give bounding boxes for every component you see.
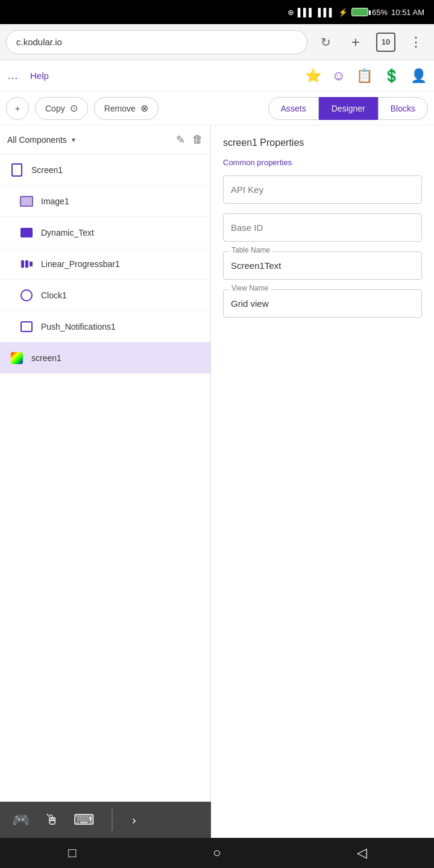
component-label: Clock1 — [41, 291, 67, 300]
main-content: All Components ▾ ✎ 🗑 Screen1 Image1 Dy — [0, 125, 434, 802]
screen-icon — [10, 163, 24, 177]
assets-label: Assets — [281, 104, 306, 113]
copy-icon: ⊙ — [70, 102, 78, 114]
recent-apps-button[interactable]: □ — [54, 841, 90, 865]
remove-button[interactable]: Remove ⊗ — [94, 97, 159, 120]
url-bar[interactable]: c.kodular.io — [6, 30, 307, 54]
reload-button[interactable]: ↻ — [313, 30, 338, 54]
table-name-field[interactable] — [223, 251, 422, 280]
back-button[interactable]: ◁ — [344, 841, 380, 865]
filter-actions: ✎ 🗑 — [176, 133, 203, 146]
browser-bar: c.kodular.io ↻ + 10 ⋮ — [0, 24, 434, 60]
person-icon[interactable]: 👤 — [410, 68, 427, 84]
notification-icon — [19, 319, 34, 334]
expand-arrow[interactable]: › — [132, 813, 136, 827]
status-bar: ⊕ ▌▌▌ ▌▌▌ ⚡ 65% 10:51 AM — [0, 0, 434, 24]
home-button[interactable]: ○ — [199, 841, 235, 865]
chevron-down-icon: ▾ — [72, 136, 75, 144]
add-icon: + — [15, 104, 20, 113]
nav-bar: … Help ⭐ ☺ 📋 💲 👤 — [0, 60, 434, 92]
add-component-button[interactable]: + — [6, 97, 29, 120]
battery-percent: 65% — [372, 8, 388, 17]
bottom-bar: 🎮 🖱 ⌨ › — [0, 802, 211, 838]
edit-icon[interactable]: ✎ — [176, 133, 185, 146]
component-label: Dynamic_Text — [41, 228, 94, 237]
help-link[interactable]: Help — [30, 71, 49, 81]
right-panel: screen1 Properties Common properties Tab… — [211, 125, 434, 802]
component-label: Image1 — [41, 197, 69, 206]
view-tabs: Assets Designer Blocks — [268, 97, 428, 120]
component-filter[interactable]: All Components ▾ ✎ 🗑 — [0, 125, 210, 154]
copy-button[interactable]: Copy ⊙ — [35, 97, 88, 120]
android-nav: □ ○ ◁ — [0, 838, 434, 868]
table-name-label: Table Name — [229, 246, 272, 254]
nav-icons: ⭐ ☺ 📋 💲 👤 — [305, 68, 427, 84]
coin-icon[interactable]: 💲 — [383, 68, 400, 84]
component-label: Screen1 — [31, 165, 63, 175]
time: 10:51 AM — [391, 8, 424, 17]
blocks-label: Blocks — [391, 104, 415, 113]
recent-icon: □ — [68, 845, 76, 861]
add-circle-icon: ⊕ — [288, 8, 294, 17]
battery-icon — [351, 8, 368, 16]
signal-icon-2: ▌▌▌ — [318, 8, 335, 17]
designer-tab[interactable]: Designer — [319, 97, 378, 120]
gamepad-icon[interactable]: 🎮 — [12, 811, 30, 828]
copy-label: Copy — [45, 104, 65, 113]
trash-icon[interactable]: 🗑 — [192, 133, 203, 146]
assets-tab[interactable]: Assets — [268, 97, 319, 120]
new-tab-button[interactable]: + — [344, 30, 368, 54]
remove-label: Remove — [104, 104, 136, 113]
component-clock1[interactable]: Clock1 — [0, 280, 210, 311]
image-icon — [19, 194, 34, 209]
base-id-field[interactable] — [223, 213, 422, 242]
left-panel: All Components ▾ ✎ 🗑 Screen1 Image1 Dy — [0, 125, 211, 802]
url-text: c.kodular.io — [16, 37, 62, 47]
home-icon: ○ — [213, 845, 221, 861]
view-name-field[interactable] — [223, 289, 422, 318]
blocks-tab[interactable]: Blocks — [378, 97, 428, 120]
keyboard-icon[interactable]: ⌨ — [74, 811, 95, 828]
component-label: Push_Notifications1 — [41, 322, 116, 332]
component-screen1-app[interactable]: screen1 — [0, 342, 210, 374]
signal-icon: ▌▌▌ — [298, 8, 315, 17]
view-name-label: View Name — [229, 284, 271, 292]
table-name-group: Table Name — [223, 251, 422, 280]
back-icon: ◁ — [357, 845, 367, 861]
section-label: Common properties — [223, 158, 422, 167]
text-icon — [19, 225, 34, 240]
bolt-icon: ⚡ — [338, 8, 348, 17]
designer-label: Designer — [332, 104, 365, 113]
component-linear-progressbar[interactable]: Linear_Progressbar1 — [0, 248, 210, 280]
divider — [112, 809, 113, 831]
plus-icon: + — [351, 34, 360, 51]
mouse-icon[interactable]: 🖱 — [45, 811, 59, 828]
clock-icon — [19, 288, 34, 303]
panel-title: screen1 Properties — [223, 137, 422, 148]
face-icon[interactable]: ☺ — [332, 68, 345, 84]
more-icon: ⋮ — [409, 34, 423, 50]
document-icon[interactable]: 📋 — [356, 68, 373, 84]
reload-icon: ↻ — [321, 35, 331, 49]
folder-star-icon[interactable]: ⭐ — [305, 68, 321, 84]
progress-icon — [19, 257, 34, 271]
screenapp-icon — [10, 351, 24, 365]
component-image1[interactable]: Image1 — [0, 186, 210, 217]
toolbar: + Copy ⊙ Remove ⊗ Assets Designer Blocks — [0, 92, 434, 125]
remove-icon: ⊗ — [140, 102, 148, 114]
filter-label: All Components — [7, 135, 67, 145]
more-menu-button[interactable]: ⋮ — [404, 30, 428, 54]
component-label: Linear_Progressbar1 — [41, 259, 120, 269]
api-key-field[interactable] — [223, 175, 422, 204]
tab-switcher-button[interactable]: 10 — [374, 30, 398, 54]
nav-dots: … — [7, 69, 18, 82]
component-dynamic-text[interactable]: Dynamic_Text — [0, 217, 210, 248]
status-icons: ⊕ ▌▌▌ ▌▌▌ ⚡ 65% 10:51 AM — [288, 8, 424, 17]
tab-count: 10 — [376, 33, 395, 52]
component-screen1[interactable]: Screen1 — [0, 154, 210, 186]
view-name-group: View Name — [223, 289, 422, 318]
component-label: screen1 — [31, 353, 61, 363]
component-push-notifications[interactable]: Push_Notifications1 — [0, 311, 210, 342]
